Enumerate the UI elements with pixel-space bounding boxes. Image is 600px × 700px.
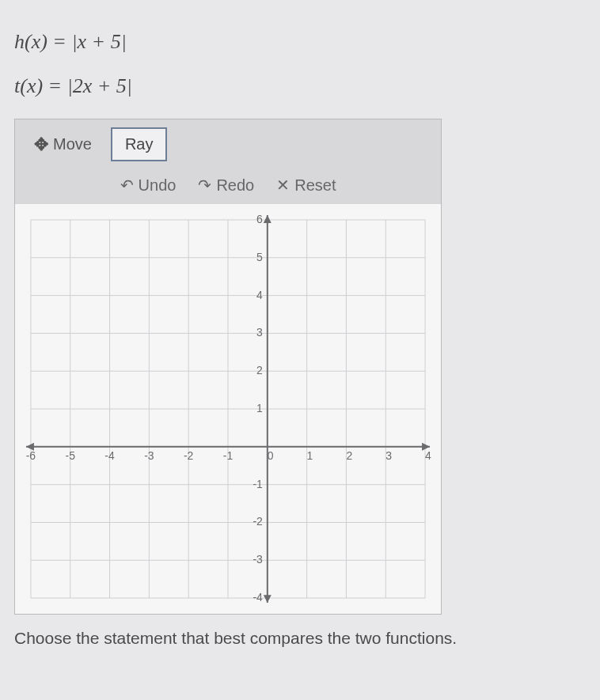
svg-text:-2: -2 bbox=[253, 515, 263, 528]
ray-tool-button[interactable]: Ray bbox=[111, 127, 168, 161]
action-toolbar: ↶ Undo ↷ Redo ✕ Reset bbox=[15, 169, 441, 204]
svg-text:-1: -1 bbox=[253, 478, 263, 490]
svg-text:0: 0 bbox=[268, 449, 274, 462]
svg-text:-4: -4 bbox=[104, 449, 115, 462]
equation-h: h(x) = |x + 5| bbox=[14, 30, 586, 54]
graph-svg: -6-5-4-3-2-101234-4-3-2-1123456 bbox=[15, 204, 441, 614]
svg-text:3: 3 bbox=[385, 449, 392, 462]
svg-marker-27 bbox=[264, 595, 272, 603]
svg-text:4: 4 bbox=[256, 289, 263, 301]
svg-text:-6: -6 bbox=[26, 449, 36, 462]
tool-toolbar: ✥ Move Ray bbox=[15, 119, 441, 169]
svg-text:-2: -2 bbox=[184, 449, 194, 462]
move-label: Move bbox=[53, 135, 92, 153]
reset-button[interactable]: ✕ Reset bbox=[276, 176, 336, 195]
svg-text:4: 4 bbox=[425, 449, 431, 462]
redo-label: Redo bbox=[216, 176, 254, 195]
svg-text:5: 5 bbox=[256, 251, 263, 263]
svg-text:-5: -5 bbox=[66, 449, 76, 462]
redo-button[interactable]: ↷ Redo bbox=[198, 176, 254, 195]
move-icon: ✥ bbox=[34, 134, 48, 155]
svg-text:-4: -4 bbox=[253, 591, 263, 604]
svg-text:1: 1 bbox=[256, 402, 263, 414]
ray-label: Ray bbox=[125, 135, 154, 153]
svg-text:1: 1 bbox=[307, 449, 313, 462]
svg-text:2: 2 bbox=[346, 449, 352, 462]
svg-text:-3: -3 bbox=[253, 553, 263, 566]
svg-text:3: 3 bbox=[256, 326, 263, 339]
move-tool-button[interactable]: ✥ Move bbox=[26, 130, 100, 160]
undo-icon: ↶ bbox=[120, 176, 134, 195]
svg-text:2: 2 bbox=[256, 364, 263, 376]
svg-marker-26 bbox=[264, 215, 272, 223]
reset-label: Reset bbox=[294, 176, 336, 195]
equation-t: t(x) = |2x + 5| bbox=[14, 74, 586, 98]
coordinate-plane[interactable]: -6-5-4-3-2-101234-4-3-2-1123456 bbox=[15, 204, 441, 614]
graph-widget: ✥ Move Ray ↶ Undo ↷ Redo ✕ Reset -6-5-4-… bbox=[14, 119, 442, 615]
undo-label: Undo bbox=[139, 176, 177, 195]
question-prompt: Choose the statement that best compares … bbox=[14, 629, 586, 648]
svg-text:6: 6 bbox=[256, 213, 263, 225]
undo-button[interactable]: ↶ Undo bbox=[120, 176, 177, 195]
reset-icon: ✕ bbox=[276, 176, 290, 195]
svg-text:-3: -3 bbox=[144, 449, 154, 462]
svg-text:-1: -1 bbox=[223, 449, 234, 462]
redo-icon: ↷ bbox=[198, 176, 211, 195]
